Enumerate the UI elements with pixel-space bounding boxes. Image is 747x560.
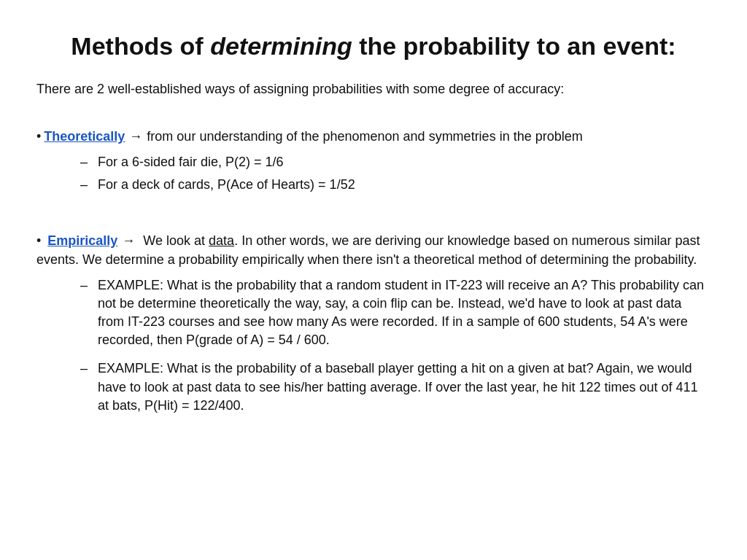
theoretically-examples-list: For a 6-sided fair die, P(2) = 1/6 For a… bbox=[80, 153, 711, 194]
empirically-data-word: data bbox=[209, 233, 234, 248]
page-title: Methods of determining the probability t… bbox=[36, 29, 711, 64]
empirically-arrow: → bbox=[122, 233, 135, 248]
intro-paragraph: There are 2 well-established ways of ass… bbox=[36, 80, 711, 98]
empirically-link[interactable]: Empirically bbox=[47, 233, 117, 248]
empirically-bullet: • bbox=[36, 233, 44, 248]
theoretically-description: from our understanding of the phenomenon… bbox=[147, 128, 582, 146]
list-item: EXAMPLE: What is the probability that a … bbox=[80, 276, 711, 350]
theoretically-arrow: → bbox=[129, 128, 142, 146]
list-item: For a 6-sided fair die, P(2) = 1/6 bbox=[80, 153, 711, 171]
theoretically-heading: • Theoretically → from our understanding… bbox=[36, 128, 711, 146]
title-part2: the probability to an event: bbox=[352, 32, 676, 60]
empirically-examples-list: EXAMPLE: What is the probability that a … bbox=[80, 276, 711, 415]
theoretically-block: • Theoretically → from our understanding… bbox=[36, 128, 711, 195]
empirically-block: • Empirically→ We look at data. In other… bbox=[36, 232, 711, 415]
title-italic: determining bbox=[210, 32, 352, 60]
list-item: EXAMPLE: What is the probability of a ba… bbox=[80, 359, 711, 415]
list-item: For a deck of cards, P(Ace of Hearts) = … bbox=[80, 176, 711, 194]
theoretically-bullet: • bbox=[36, 128, 41, 146]
empirically-desc-part2: . In other words, we are deriving our kn… bbox=[36, 233, 700, 266]
theoretically-link[interactable]: Theoretically bbox=[44, 128, 125, 146]
empirically-heading: • Empirically→ We look at data. In other… bbox=[36, 232, 711, 268]
empirically-desc-part1: We look at bbox=[139, 233, 209, 248]
title-part1: Methods of bbox=[71, 32, 210, 60]
